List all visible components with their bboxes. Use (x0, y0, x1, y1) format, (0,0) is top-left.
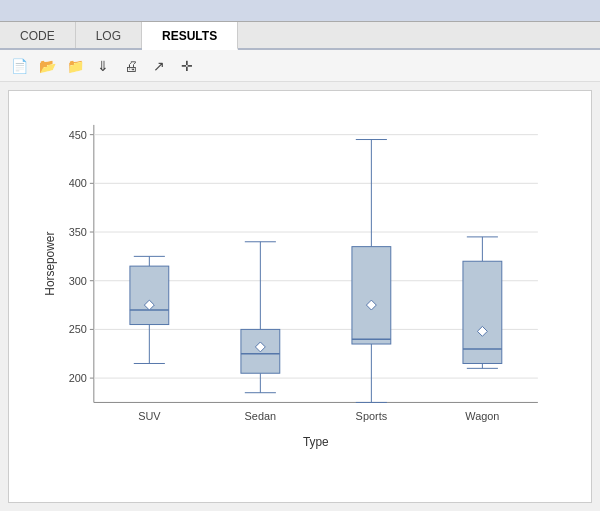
toolbar-btn-7[interactable]: ✛ (176, 55, 198, 77)
tab-results[interactable]: RESULTS (142, 22, 238, 50)
svg-text:350: 350 (69, 226, 87, 238)
chart-svg: 200250300350400450HorsepowerTypeSUVSedan… (25, 115, 575, 452)
svg-rect-26 (130, 266, 169, 324)
tab-log[interactable]: LOG (76, 22, 142, 48)
svg-text:200: 200 (69, 372, 87, 384)
svg-text:Type: Type (303, 435, 329, 449)
svg-text:250: 250 (69, 323, 87, 335)
toolbar-btn-3[interactable]: 📁 (64, 55, 86, 77)
toolbar-btn-1[interactable]: 📄 (8, 55, 30, 77)
svg-text:SUV: SUV (138, 410, 161, 422)
tab-code[interactable]: CODE (0, 22, 76, 48)
svg-text:Sedan: Sedan (245, 410, 277, 422)
chart-area: 200250300350400450HorsepowerTypeSUVSedan… (8, 90, 592, 503)
toolbar-btn-6[interactable]: ↗ (148, 55, 170, 77)
toolbar: 📄 📂 📁 ⇓ 🖨 ↗ ✛ (0, 50, 600, 82)
svg-text:450: 450 (69, 129, 87, 141)
svg-rect-42 (352, 247, 391, 344)
svg-text:Sports: Sports (356, 410, 388, 422)
toolbar-btn-5[interactable]: 🖨 (120, 55, 142, 77)
svg-text:300: 300 (69, 275, 87, 287)
chart-inner: 200250300350400450HorsepowerTypeSUVSedan… (25, 115, 575, 452)
toolbar-btn-2[interactable]: 📂 (36, 55, 58, 77)
svg-text:Wagon: Wagon (465, 410, 499, 422)
tab-bar: CODE LOG RESULTS (0, 22, 600, 50)
title-bar (0, 0, 600, 22)
svg-text:400: 400 (69, 177, 87, 189)
svg-text:Horsepower: Horsepower (43, 232, 57, 296)
toolbar-btn-4[interactable]: ⇓ (92, 55, 114, 77)
